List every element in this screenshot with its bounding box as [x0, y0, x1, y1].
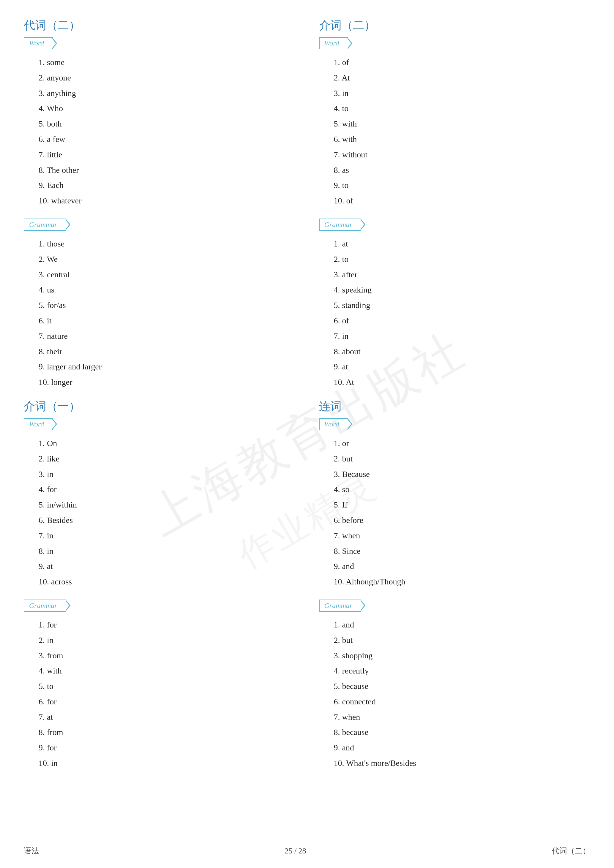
- grammar-list-lianci: 1. and 2. but 3. shopping 4. recently 5.…: [319, 617, 591, 771]
- section-title-daici-2: 代词（二）: [24, 18, 295, 33]
- list-item: 8. in: [39, 543, 295, 559]
- word-tag-lianci: Word: [319, 418, 348, 430]
- list-item: 8. because: [334, 725, 591, 740]
- list-item: 9. and: [334, 740, 591, 755]
- footer-center: 25 / 28: [285, 846, 306, 856]
- footer-left: 语法: [24, 846, 39, 856]
- list-item: 5. with: [334, 116, 591, 132]
- list-item: 3. central: [39, 267, 295, 282]
- right-column: 介词（二） Word 1. of 2. At 3. in 4. to 5. wi…: [307, 18, 591, 780]
- list-item: 7. without: [334, 147, 591, 163]
- list-item: 9. to: [334, 178, 591, 193]
- list-item: 8. Since: [334, 543, 591, 559]
- list-item: 10. At: [334, 375, 591, 390]
- list-item: 10. whatever: [39, 193, 295, 208]
- list-item: 4. Who: [39, 101, 295, 116]
- list-item: 6. before: [334, 513, 591, 528]
- grammar-tag-daici2: Grammar: [24, 219, 66, 231]
- list-item: 7. when: [334, 710, 591, 725]
- list-item: 7. in: [39, 528, 295, 543]
- list-item: 6. of: [334, 313, 591, 329]
- word-tag-daici2: Word: [24, 37, 53, 49]
- list-item: 2. like: [39, 451, 295, 467]
- list-item: 3. from: [39, 648, 295, 663]
- list-item: 2. At: [334, 70, 591, 85]
- list-item: 1. of: [334, 55, 591, 70]
- left-column: 代词（二） Word 1. some 2. anyone 3. anything…: [24, 18, 307, 780]
- list-item: 4. so: [334, 482, 591, 497]
- word-list-jieci1: 1. On 2. like 3. in 4. for 5. in/within …: [24, 436, 295, 589]
- list-item: 3. in: [39, 467, 295, 482]
- list-item: 8. as: [334, 163, 591, 178]
- footer-right: 代词（二）: [552, 846, 590, 856]
- list-item: 9. and: [334, 559, 591, 574]
- list-item: 8. from: [39, 725, 295, 740]
- list-item: 10. Although/Though: [334, 574, 591, 589]
- list-item: 2. We: [39, 251, 295, 267]
- section-title-jieci2: 介词（二）: [319, 18, 591, 33]
- section-jieci-2: 介词（二） Word 1. of 2. At 3. in 4. to 5. wi…: [319, 18, 591, 390]
- list-item: 10. across: [39, 574, 295, 589]
- word-list-lianci: 1. or 2. but 3. Because 4. so 5. If 6. b…: [319, 436, 591, 589]
- list-item: 5. to: [39, 679, 295, 694]
- list-item: 5. both: [39, 116, 295, 132]
- list-item: 7. little: [39, 147, 295, 163]
- list-item: 10. What's more/Besides: [334, 755, 591, 771]
- word-list-daici2: 1. some 2. anyone 3. anything 4. Who 5. …: [24, 55, 295, 208]
- section-lianci: 连词 Word 1. or 2. but 3. Because 4. so 5.…: [319, 399, 591, 771]
- grammar-list-daici2: 1. those 2. We 3. central 4. us 5. for/a…: [24, 236, 295, 390]
- list-item: 6. for: [39, 694, 295, 710]
- list-item: 1. On: [39, 436, 295, 451]
- grammar-tag-lianci: Grammar: [319, 600, 361, 612]
- list-item: 3. Because: [334, 467, 591, 482]
- list-item: 5. standing: [334, 298, 591, 313]
- list-item: 8. about: [334, 344, 591, 359]
- list-item: 7. in: [334, 329, 591, 344]
- list-item: 1. at: [334, 236, 591, 251]
- list-item: 2. but: [334, 451, 591, 467]
- list-item: 6. Besides: [39, 513, 295, 528]
- list-item: 10. in: [39, 755, 295, 771]
- section-jieci-1: 介词（一） Word 1. On 2. like 3. in 4. for 5.…: [24, 399, 295, 771]
- list-item: 4. speaking: [334, 282, 591, 298]
- section-title-lianci: 连词: [319, 399, 591, 414]
- page-container: 代词（二） Word 1. some 2. anyone 3. anything…: [24, 18, 590, 780]
- list-item: 7. at: [39, 710, 295, 725]
- list-item: 7. when: [334, 528, 591, 543]
- list-item: 1. or: [334, 436, 591, 451]
- list-item: 5. If: [334, 497, 591, 513]
- list-item: 5. for/as: [39, 298, 295, 313]
- list-item: 3. shopping: [334, 648, 591, 663]
- list-item: 1. and: [334, 617, 591, 632]
- section-title-jieci1: 介词（一）: [24, 399, 295, 414]
- list-item: 4. with: [39, 663, 295, 679]
- list-item: 2. in: [39, 632, 295, 648]
- list-item: 10. of: [334, 193, 591, 208]
- list-item: 6. it: [39, 313, 295, 329]
- list-item: 1. for: [39, 617, 295, 632]
- word-tag-jieci1: Word: [24, 418, 53, 430]
- grammar-tag-jieci1: Grammar: [24, 600, 66, 612]
- list-item: 7. nature: [39, 329, 295, 344]
- list-item: 3. in: [334, 85, 591, 101]
- list-item: 4. for: [39, 482, 295, 497]
- list-item: 9. larger and larger: [39, 359, 295, 375]
- list-item: 6. with: [334, 132, 591, 147]
- grammar-list-jieci1: 1. for 2. in 3. from 4. with 5. to 6. fo…: [24, 617, 295, 771]
- word-list-jieci2: 1. of 2. At 3. in 4. to 5. with 6. with …: [319, 55, 591, 208]
- page-footer: 语法 25 / 28 代词（二）: [0, 846, 614, 856]
- list-item: 6. connected: [334, 694, 591, 710]
- list-item: 6. a few: [39, 132, 295, 147]
- list-item: 4. to: [334, 101, 591, 116]
- list-item: 5. because: [334, 679, 591, 694]
- list-item: 10. longer: [39, 375, 295, 390]
- section-daici-2: 代词（二） Word 1. some 2. anyone 3. anything…: [24, 18, 295, 390]
- list-item: 3. anything: [39, 85, 295, 101]
- grammar-list-jieci2: 1. at 2. to 3. after 4. speaking 5. stan…: [319, 236, 591, 390]
- list-item: 1. some: [39, 55, 295, 70]
- word-tag-jieci2: Word: [319, 37, 348, 49]
- list-item: 4. recently: [334, 663, 591, 679]
- list-item: 9. at: [39, 559, 295, 574]
- list-item: 5. in/within: [39, 497, 295, 513]
- list-item: 3. after: [334, 267, 591, 282]
